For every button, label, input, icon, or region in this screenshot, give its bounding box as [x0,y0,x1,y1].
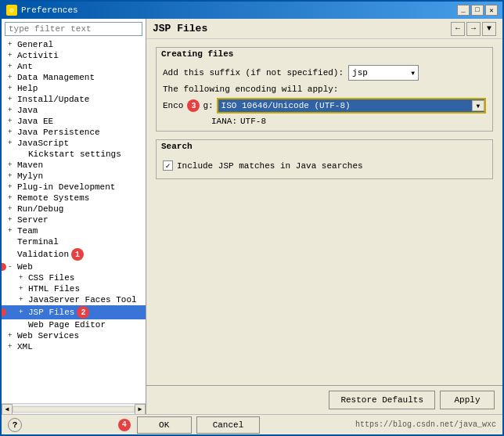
sidebar-item-html-files[interactable]: + HTML Files [2,283,146,294]
jsp-red-dot [2,308,6,316]
sidebar-item-jsp-files[interactable]: + JSP Files 2 [2,305,146,319]
sidebar-item-java[interactable]: + Java [2,105,146,116]
suffix-label: Add this suffix (if not specified): [163,68,344,77]
sidebar-item-label: Validation [17,250,69,259]
expand-icon: + [8,227,16,235]
expand-icon: + [8,205,16,213]
sidebar-item-maven[interactable]: + Maven [2,160,146,171]
expand-icon: + [8,139,16,147]
cancel-button[interactable]: Cancel [196,416,261,434]
iana-value: UTF-8 [240,117,266,126]
ok-button[interactable]: OK [137,416,192,434]
expand-icon: + [8,128,16,136]
scroll-left-button[interactable]: ◀ [2,404,13,415]
sidebar-item-remote[interactable]: + Remote Systems [2,193,146,204]
encoding-dropdown[interactable]: ISO 10646/Unicode (UTF-8) ▼ [217,98,486,114]
sidebar-item-label: Java EE [17,117,53,126]
creating-files-title: Creating files [157,48,492,60]
expand-icon: + [19,274,27,282]
include-jsp-checkbox[interactable]: ✓ [163,160,173,171]
sidebar-item-data-management[interactable]: + Data Management [2,72,146,83]
right-content: Creating files Add this suffix (if not s… [146,39,502,385]
badge-2: 2 [77,306,89,319]
search-section-content: ✓ Include JSP matches in Java searches [157,153,492,178]
sidebar-item-java-persistence[interactable]: + Java Persistence [2,127,146,138]
sidebar-item-run-debug[interactable]: + Run/Debug [2,204,146,214]
iana-row: IANA: UTF-8 [164,117,486,126]
tree-container[interactable]: + General + Activiti + Ant + Data Manage… [2,39,146,403]
sidebar-item-label: Web Page Editor [28,320,106,330]
expand-icon: + [8,183,16,191]
sidebar-item-label: Web [17,262,33,272]
close-button[interactable]: ✕ [485,5,498,16]
right-panel-title: JSP Files [153,23,207,34]
right-toolbar: JSP Files ← → ▼ [146,19,502,39]
sidebar-item-mylyn[interactable]: + Mylyn [2,171,146,182]
sidebar-item-label: Activiti [17,51,59,60]
encoding-label: Enco [163,101,183,110]
sidebar-item-xml[interactable]: + XML [2,341,146,352]
suffix-dropdown-arrow-icon: ▼ [411,70,415,77]
sidebar-item-label: Server [17,215,49,225]
maximize-button[interactable]: □ [471,5,484,16]
sidebar-item-help[interactable]: + Help [2,83,146,94]
sidebar-item-jsf-tools[interactable]: + JavaServer Faces Tool [2,294,146,305]
sidebar-item-ant[interactable]: + Ant [2,61,146,72]
suffix-select[interactable]: jsp ▼ [348,65,419,81]
expand-icon: + [8,216,16,224]
nav-forward-button[interactable]: → [466,22,481,36]
expand-icon: + [8,194,16,202]
right-panel: JSP Files ← → ▼ Creating files Add this … [146,19,502,414]
footer-ok-cancel: OK Cancel [137,416,261,434]
apply-button[interactable]: Apply [440,391,495,409]
preferences-window: ⚙ Preferences _ □ ✕ + General + Activiti [0,0,504,436]
restore-defaults-button[interactable]: Restore Defaults [329,391,435,409]
sidebar-item-server[interactable]: + Server [2,214,146,225]
sidebar-item-team[interactable]: + Team [2,225,146,236]
sidebar-item-kickstart[interactable]: Kickstart settings [2,149,146,160]
sidebar-item-web-page-editor[interactable]: Web Page Editor [2,319,146,330]
left-panel: + General + Activiti + Ant + Data Manage… [2,19,146,414]
scroll-right-button[interactable]: ▶ [135,404,146,415]
help-button[interactable]: ? [8,418,22,432]
iana-label: IANA: [211,117,237,126]
sidebar-item-terminal[interactable]: Terminal [2,236,146,247]
sidebar-item-general[interactable]: + General [2,39,146,50]
sidebar-item-label: Run/Debug [17,204,63,214]
expand-icon: - [8,263,16,271]
sidebar-item-web-services[interactable]: + Web Services [2,330,146,341]
sidebar-item-css-files[interactable]: + CSS Files [2,272,146,283]
sidebar-item-javascript[interactable]: + JavaScript [2,138,146,149]
sidebar-item-web[interactable]: - Web [2,261,146,272]
sidebar-item-label: Terminal [17,237,59,247]
title-bar-buttons: _ □ ✕ [457,5,498,16]
minimize-button[interactable]: _ [457,5,470,16]
title-bar-left: ⚙ Preferences [6,5,78,16]
nav-back-button[interactable]: ← [451,22,465,36]
expand-icon: + [8,41,16,49]
sidebar-item-label: Java [17,106,38,115]
footer-url: https://blog.csdn.net/java_wxc [355,420,496,429]
sidebar-item-label: JSP Files [28,308,74,317]
search-title: Search [157,140,492,153]
sidebar-item-activiti[interactable]: + Activiti [2,50,146,61]
nav-dropdown-button[interactable]: ▼ [482,22,496,36]
window-title: Preferences [21,5,78,15]
horizontal-scrollbar[interactable]: ◀ ▶ [2,403,146,414]
expand-icon: + [8,74,16,81]
sidebar-item-validation[interactable]: Validation 1 [2,247,146,261]
sidebar-item-label: Java Persistence [17,128,100,137]
sidebar-item-plugin[interactable]: + Plug-in Development [2,182,146,193]
sidebar-item-install[interactable]: + Install/Update [2,94,146,105]
footer-center: 4 OK Cancel [117,416,261,434]
creating-files-content: Add this suffix (if not specified): jsp … [157,60,492,131]
footer-bar: ? 4 OK Cancel https://blog.csdn.net/java… [2,414,502,434]
expand-icon: + [8,106,16,114]
encoding-intro-row: The following encoding will apply: [163,85,486,94]
suffix-row: Add this suffix (if not specified): jsp … [163,65,486,81]
sidebar-item-java-ee[interactable]: + Java EE [2,116,146,127]
expand-icon: + [8,85,16,92]
filter-input[interactable] [5,22,142,36]
expand-icon: + [8,332,16,340]
creating-files-section: Creating files Add this suffix (if not s… [156,47,493,132]
